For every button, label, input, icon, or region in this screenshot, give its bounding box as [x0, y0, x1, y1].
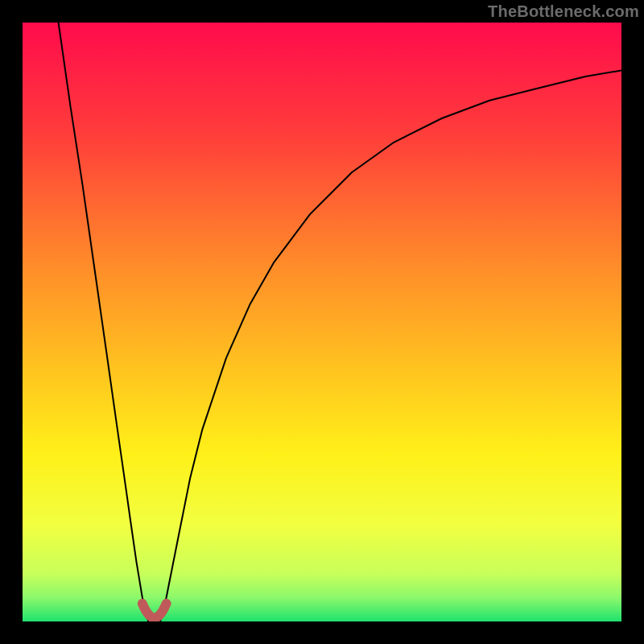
plot-area — [23, 23, 621, 621]
plot-background — [23, 23, 621, 621]
chart-frame: TheBottleneck.com — [0, 0, 644, 644]
plot-svg — [23, 23, 621, 621]
watermark-label: TheBottleneck.com — [488, 0, 639, 23]
